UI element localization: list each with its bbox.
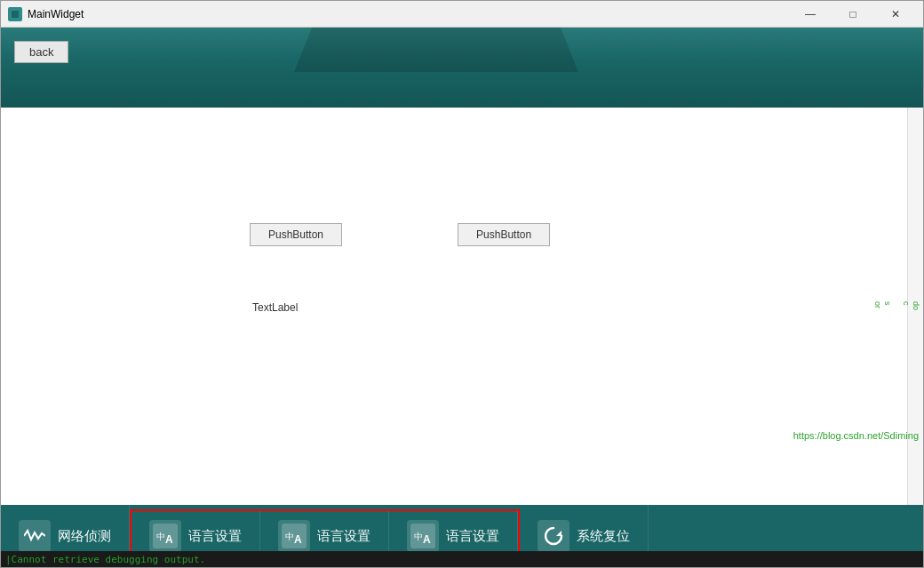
back-button[interactable]: back [14,41,68,63]
network-label: 网络侦测 [58,528,111,545]
svg-text:中: 中 [414,532,423,541]
title-buttons: — □ ✕ [790,1,916,28]
main-window: MainWidget — □ ✕ back op +t p do c s or … [0,0,924,568]
title-bar-left: MainWidget [8,7,84,21]
svg-text:A: A [165,533,173,546]
app-icon [8,7,22,21]
side-panel: op +t p do c s or [907,108,923,505]
svg-rect-1 [12,11,19,18]
toolbar: back [1,28,923,108]
reset-label: 系统复位 [577,528,630,545]
text-label: TextLabel [252,301,298,314]
title-bar: MainWidget — □ ✕ [1,1,923,28]
main-content: op +t p do c s or PushButton PushButton … [1,108,923,505]
lang1-label: 语言设置 [188,528,242,545]
maximize-button[interactable]: □ [832,1,873,28]
lang3-label: 语言设置 [446,528,499,545]
lang2-icon: 中 A [278,520,310,552]
debug-bar: |Cannot retrieve debugging output. [1,551,923,567]
svg-text:A: A [294,533,302,546]
debug-text: |Cannot retrieve debugging output. [5,554,205,565]
window-title: MainWidget [28,8,84,20]
svg-text:A: A [423,533,431,546]
minimize-button[interactable]: — [790,1,831,28]
svg-text:中: 中 [285,532,294,541]
reset-icon [538,520,570,552]
close-button[interactable]: ✕ [875,1,916,28]
side-panel-text: op +t p do c s or [872,301,923,310]
svg-marker-11 [556,531,562,536]
buttons-area: PushButton PushButton [250,223,550,246]
push-button-2[interactable]: PushButton [458,223,550,246]
lang2-label: 语言设置 [317,528,370,545]
lang3-icon: 中 A [407,520,439,552]
push-button-1[interactable]: PushButton [250,223,342,246]
url-label: https://blog.csdn.net/Sdiming [793,430,919,441]
svg-text:中: 中 [156,532,165,541]
wave-icon [19,520,51,552]
lang1-icon: 中 A [149,520,181,552]
